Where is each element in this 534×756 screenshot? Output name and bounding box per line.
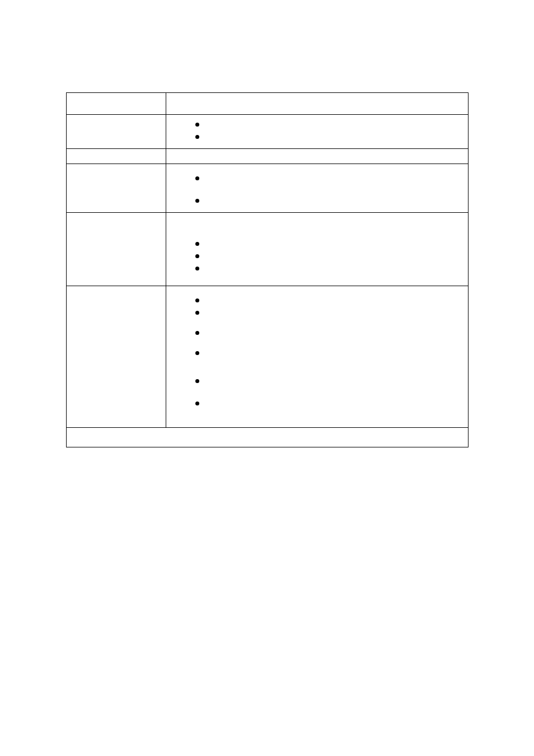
table-cell-left [67, 286, 166, 428]
bullet-item [172, 195, 462, 208]
table-cell-left [67, 213, 166, 286]
bullet-list [166, 164, 468, 212]
bullet-item [172, 348, 462, 360]
table-cell-right [166, 164, 469, 213]
bullet-list [166, 286, 468, 427]
bullet-item [172, 251, 462, 263]
document-page [0, 0, 534, 756]
cell-text [67, 115, 166, 124]
table-cell-right [166, 286, 469, 428]
table-cell-left [67, 93, 166, 115]
cell-text [67, 149, 166, 158]
bullet-icon [195, 402, 199, 405]
cell-text [67, 213, 166, 222]
table-row [67, 93, 469, 115]
bullet-item [172, 119, 462, 132]
bullet-item [172, 132, 462, 144]
bullet-icon [195, 135, 199, 139]
table-cell-left [67, 115, 166, 149]
table-cell-right [166, 149, 469, 164]
content-table [66, 92, 469, 447]
cell-text [67, 286, 166, 295]
bullet-icon [195, 311, 199, 315]
bullet-icon [195, 267, 199, 270]
bullet-icon [195, 254, 199, 258]
table-row [67, 428, 469, 447]
cell-text [67, 428, 468, 437]
bullet-icon [195, 199, 199, 203]
cell-text [166, 93, 468, 102]
bullet-item [172, 376, 462, 388]
bullet-icon [195, 176, 199, 180]
table-row [67, 286, 469, 428]
bullet-icon [195, 379, 199, 383]
bullet-icon [195, 298, 199, 302]
bullet-list [166, 115, 468, 148]
cell-text [67, 164, 166, 173]
table-row [67, 149, 469, 164]
table-row [67, 115, 469, 149]
table-cell-full [67, 428, 469, 447]
bullet-item [172, 239, 462, 251]
bullet-item [172, 398, 462, 410]
bullet-icon [195, 351, 199, 355]
bullet-list [166, 213, 468, 286]
table-cell-right [166, 93, 469, 115]
bullet-item [172, 328, 462, 340]
table-cell-right [166, 115, 469, 149]
bullet-item [172, 263, 462, 276]
bullet-icon [195, 331, 199, 335]
bullet-icon [195, 123, 199, 127]
bullet-item [172, 307, 462, 320]
cell-text [166, 149, 468, 158]
table-cell-right [166, 213, 469, 286]
cell-text [67, 93, 166, 102]
table-cell-left [67, 149, 166, 164]
table-row [67, 213, 469, 286]
table-row [67, 164, 469, 213]
bullet-item [172, 295, 462, 307]
bullet-icon [195, 242, 199, 246]
table-cell-left [67, 164, 166, 213]
bullet-item [172, 173, 462, 185]
